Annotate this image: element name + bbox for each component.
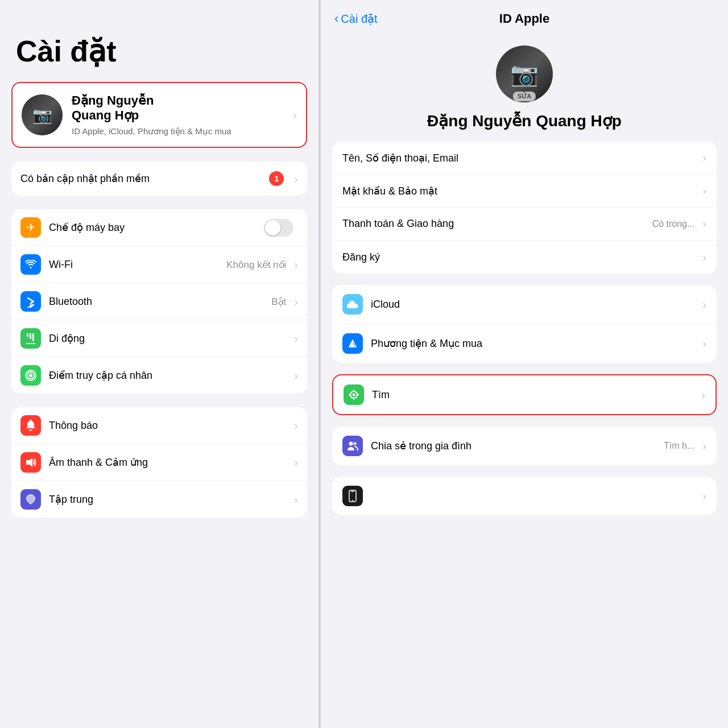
chevron-icon: › (293, 109, 297, 122)
update-row[interactable]: Có bản cập nhật phần mềm 1 › (11, 162, 307, 196)
svg-point-4 (29, 374, 32, 377)
notification-group: Thông báo › Âm thanh & Cảm ứng › (11, 407, 307, 518)
chevron-icon: › (702, 217, 706, 230)
hotspot-icon (20, 365, 41, 386)
icloud-label: iCloud (371, 299, 698, 311)
bluetooth-icon (20, 291, 41, 312)
right-page-title: ID Apple (499, 11, 549, 26)
chevron-icon: › (294, 419, 298, 432)
payment-shipping-value: Có trong... (652, 219, 695, 229)
family-icon (342, 436, 363, 456)
connectivity-group: ✈ Chế độ máy bay Wi-Fi Không kết nối › (11, 209, 307, 394)
chevron-icon: › (702, 251, 706, 264)
bluetooth-label: Bluetooth (49, 296, 271, 308)
wifi-row[interactable]: Wi-Fi Không kết nối › (11, 246, 307, 283)
chevron-icon: › (702, 184, 706, 197)
wifi-value: Không kết nối (226, 259, 286, 271)
svg-point-15 (349, 442, 353, 446)
family-sharing-label: Chia sẻ trong gia đình (371, 440, 664, 452)
payment-shipping-row[interactable]: Thanh toán & Giao hàng Có trong... › (332, 208, 717, 241)
password-security-row[interactable]: Mật khẩu & Bảo mật › (332, 175, 717, 208)
chevron-icon: › (702, 298, 706, 311)
right-panel: ‹ Cài đặt ID Apple 📷 SỬA Đặng Nguyễn Qua… (321, 0, 728, 728)
chevron-icon: › (294, 369, 298, 382)
focus-icon (20, 489, 41, 510)
icloud-row[interactable]: iCloud › (332, 285, 717, 324)
svg-point-16 (353, 442, 357, 445)
back-label: Cài đặt (341, 12, 377, 26)
sound-icon (20, 452, 41, 473)
airplane-icon: ✈ (20, 217, 41, 238)
svg-point-19 (352, 500, 353, 501)
name-phone-email-row[interactable]: Tên, Số điện thoại, Email › (332, 142, 717, 175)
password-security-label: Mật khẩu & Bảo mật (342, 185, 698, 197)
media-purchases-row[interactable]: Phương tiện & Mục mua › (332, 324, 717, 363)
svg-rect-2 (32, 333, 34, 341)
airplane-label: Chế độ máy bay (49, 221, 264, 234)
chevron-icon: › (294, 295, 298, 308)
avatar: 📷 (22, 94, 63, 135)
wifi-label: Wi-Fi (49, 259, 226, 271)
chevron-icon: › (294, 258, 298, 271)
right-content: Tên, Số điện thoại, Email › Mật khẩu & B… (321, 142, 728, 728)
chevron-icon: › (294, 456, 298, 469)
mobile-label: Di động (49, 332, 289, 345)
find-row[interactable]: Tìm › (333, 375, 715, 414)
svg-rect-1 (30, 333, 31, 339)
svg-point-10 (353, 394, 355, 396)
right-group-device: › (332, 477, 717, 515)
chevron-icon: › (702, 490, 706, 503)
sound-label: Âm thanh & Cảm ứng (49, 456, 289, 469)
notification-row[interactable]: Thông báo › (11, 407, 307, 444)
back-button[interactable]: ‹ Cài đặt (334, 11, 378, 26)
hotspot-label: Điểm truy cập cá nhân (49, 369, 289, 382)
chevron-icon: › (294, 332, 298, 345)
page-title: Cài đặt (11, 34, 307, 68)
svg-marker-8 (26, 458, 32, 467)
right-profile-name: Đặng Nguyễn Quang Hợp (427, 111, 622, 130)
chevron-icon: › (701, 388, 705, 402)
mobile-icon (20, 328, 41, 349)
mobile-row[interactable]: Di động › (11, 320, 307, 357)
back-chevron-icon: ‹ (334, 11, 338, 26)
name-phone-email-label: Tên, Số điện thoại, Email (342, 152, 698, 164)
hotspot-row[interactable]: Điểm truy cập cá nhân › (11, 357, 307, 394)
right-group-account: Tên, Số điện thoại, Email › Mật khẩu & B… (332, 142, 717, 274)
edit-badge[interactable]: SỬA (513, 92, 536, 101)
update-badge: 1 (269, 171, 284, 186)
toggle-knob (265, 220, 280, 235)
focus-label: Tập trung (49, 493, 289, 506)
right-header: ‹ Cài đặt ID Apple (321, 0, 728, 32)
right-group-family: Chia sẻ trong gia đình Tìm h... › (332, 427, 717, 465)
wifi-icon (20, 254, 41, 275)
iphone-icon (342, 486, 363, 506)
airplane-toggle[interactable] (264, 219, 293, 237)
family-sharing-row[interactable]: Chia sẻ trong gia đình Tìm h... › (332, 427, 717, 465)
notification-label: Thông báo (49, 420, 289, 432)
media-purchases-label: Phương tiện & Mục mua (371, 337, 698, 350)
update-label: Có bản cập nhật phần mềm (20, 172, 269, 185)
iphone-device-row[interactable]: › (332, 477, 717, 515)
subscriptions-label: Đăng ký (342, 251, 698, 263)
payment-shipping-label: Thanh toán & Giao hàng (342, 218, 652, 230)
find-row-wrap: Tìm › (332, 374, 717, 415)
chevron-icon: › (294, 493, 298, 506)
appstore-icon (342, 333, 363, 354)
chevron-icon: › (702, 151, 706, 164)
find-icon (344, 384, 364, 405)
chevron-icon: › (294, 172, 298, 185)
find-label: Tìm (372, 389, 697, 401)
bluetooth-row[interactable]: Bluetooth Bật › (11, 283, 307, 320)
sound-row[interactable]: Âm thanh & Cảm ứng › (11, 444, 307, 481)
bluetooth-value: Bật (271, 296, 286, 308)
profile-info: Đặng Nguyễn Quang Hợp ID Apple, iCloud, … (72, 93, 288, 136)
icloud-icon (342, 294, 363, 315)
profile-card[interactable]: 📷 Đặng Nguyễn Quang Hợp ID Apple, iCloud… (11, 82, 307, 148)
left-panel: Cài đặt 📷 Đặng Nguyễn Quang Hợp ID Apple… (0, 0, 318, 728)
chevron-icon: › (702, 440, 706, 453)
airplane-row[interactable]: ✈ Chế độ máy bay (11, 209, 307, 246)
right-group-services: iCloud › Phương tiện & Mục mua › (332, 285, 717, 363)
profile-subtitle: ID Apple, iCloud, Phương tiện & Mục mua (72, 126, 288, 137)
focus-row[interactable]: Tập trung › (11, 481, 307, 518)
subscriptions-row[interactable]: Đăng ký › (332, 241, 717, 274)
